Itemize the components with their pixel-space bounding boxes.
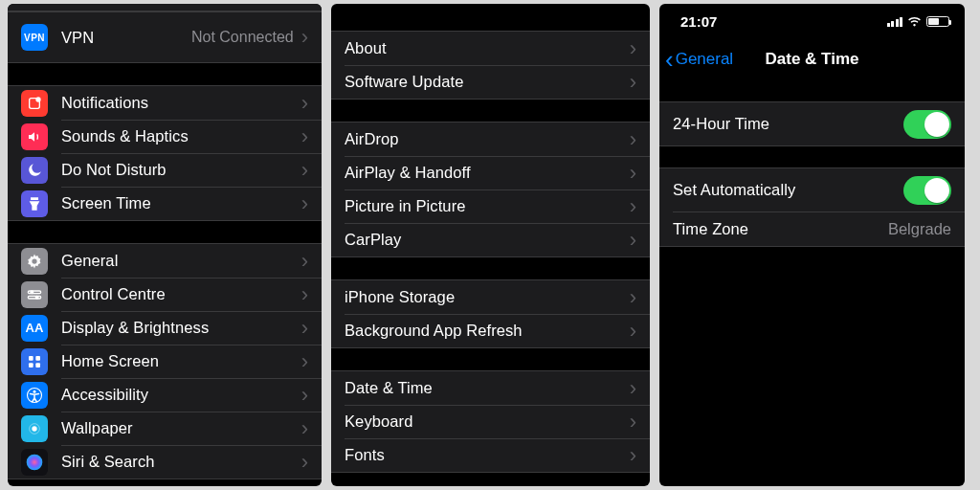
row-label: Screen Time	[61, 194, 300, 212]
svg-rect-10	[29, 363, 33, 368]
svg-rect-5	[28, 296, 40, 299]
battery-icon	[926, 16, 949, 27]
general-row-airplay[interactable]: AirPlay & Handoff ›	[331, 156, 650, 189]
row-label: VPN	[61, 29, 191, 47]
sounds-icon	[21, 123, 48, 150]
row-label: Software Update	[345, 73, 628, 91]
row-label: Fonts	[345, 446, 628, 464]
row-label: Sounds & Haptics	[61, 127, 300, 145]
group-spacer	[331, 257, 650, 279]
vpn-icon: VPN	[21, 24, 48, 51]
chevron-right-icon: ›	[630, 287, 636, 308]
general-row-about[interactable]: About ›	[331, 32, 650, 65]
status-time: 21:07	[680, 13, 717, 30]
settings-row-siri[interactable]: Siri & Search ›	[8, 445, 322, 479]
group-spacer	[331, 100, 650, 122]
chevron-right-icon: ›	[630, 129, 636, 150]
chevron-right-icon: ›	[630, 321, 636, 342]
chevron-right-icon: ›	[301, 251, 308, 272]
row-label: Background App Refresh	[345, 322, 628, 340]
status-bar: 21:07	[659, 4, 965, 38]
row-label: Time Zone	[673, 220, 888, 238]
chevron-right-icon: ›	[301, 318, 308, 339]
siri-icon	[21, 449, 48, 476]
row-label: Date & Time	[345, 379, 628, 397]
settings-row-notifications[interactable]: Notifications ›	[8, 86, 322, 120]
general-row-airdrop[interactable]: AirDrop ›	[331, 122, 650, 156]
svg-point-6	[31, 291, 33, 294]
row-label: iPhone Storage	[345, 288, 628, 306]
notifications-icon	[21, 90, 48, 117]
row-label: Wallpaper	[61, 419, 300, 437]
general-row-software-update[interactable]: Software Update ›	[331, 65, 650, 99]
chevron-right-icon: ›	[630, 412, 636, 433]
row-label: 24-Hour Time	[673, 115, 903, 133]
svg-point-13	[33, 390, 36, 392]
chevron-right-icon: ›	[630, 230, 636, 251]
settings-row-vpn[interactable]: VPN VPN Not Connected ›	[8, 12, 322, 62]
chevron-right-icon: ›	[301, 452, 308, 473]
settings-row-general[interactable]: General ›	[8, 244, 322, 278]
chevron-left-icon: ‹	[665, 50, 674, 70]
accessibility-icon	[21, 382, 48, 409]
group-spacer	[8, 221, 322, 243]
general-row-iphone-storage[interactable]: iPhone Storage ›	[331, 280, 650, 314]
row-value: Belgrade	[888, 220, 951, 238]
row-label: AirDrop	[345, 130, 628, 148]
row-label: AirPlay & Handoff	[345, 164, 628, 182]
settings-row-controlcentre[interactable]: Control Centre ›	[8, 278, 322, 311]
chevron-right-icon: ›	[301, 160, 308, 181]
row-set-automatically[interactable]: Set Automatically	[659, 168, 965, 212]
svg-point-3	[32, 258, 36, 263]
svg-rect-8	[29, 356, 33, 361]
row-label: Keyboard	[345, 412, 628, 431]
switch-set-automatically[interactable]	[903, 176, 951, 205]
row-label: Do Not Disturb	[61, 161, 300, 179]
general-row-keyboard[interactable]: Keyboard ›	[331, 405, 650, 438]
row-label: Control Centre	[61, 285, 300, 303]
nav-bar: ‹ General Date & Time	[659, 38, 965, 80]
row-label: Accessibility	[61, 386, 300, 404]
chevron-right-icon: ›	[630, 445, 636, 466]
cellular-icon	[887, 16, 903, 27]
general-row-fonts[interactable]: Fonts ›	[331, 438, 650, 472]
group-spacer	[331, 348, 650, 370]
settings-row-dnd[interactable]: Do Not Disturb ›	[8, 153, 322, 187]
settings-row-sounds[interactable]: Sounds & Haptics ›	[8, 120, 322, 153]
row-label: Picture in Picture	[345, 197, 628, 215]
chevron-right-icon: ›	[630, 72, 636, 93]
general-row-pip[interactable]: Picture in Picture ›	[331, 189, 650, 223]
back-label: General	[676, 50, 733, 69]
settings-main-screen: VPN VPN Not Connected › Notifications › …	[8, 4, 322, 486]
svg-rect-11	[35, 363, 40, 368]
svg-rect-9	[35, 356, 40, 361]
general-settings-screen: About › Software Update › AirDrop › AirP…	[331, 4, 650, 486]
chevron-right-icon: ›	[301, 418, 308, 439]
svg-point-1	[35, 97, 40, 101]
row-label: Home Screen	[61, 352, 300, 370]
settings-row-wallpaper[interactable]: Wallpaper ›	[8, 412, 322, 445]
general-row-carplay[interactable]: CarPlay ›	[331, 223, 650, 256]
switch-24hour[interactable]	[903, 110, 951, 139]
chevron-right-icon: ›	[630, 163, 636, 184]
screentime-icon	[21, 190, 48, 217]
back-button[interactable]: ‹ General	[659, 50, 733, 70]
date-time-screen: 21:07 ‹ General Date & Time 24-Hour Time…	[659, 4, 965, 486]
wallpaper-icon	[21, 415, 48, 442]
chevron-right-icon: ›	[301, 284, 308, 305]
settings-row-homescreen[interactable]: Home Screen ›	[8, 345, 322, 378]
svg-point-14	[32, 426, 36, 431]
row-time-zone: Time Zone Belgrade	[659, 212, 965, 246]
svg-point-7	[35, 296, 38, 299]
row-label: General	[61, 252, 300, 270]
chevron-right-icon: ›	[301, 93, 308, 114]
row-24hour[interactable]: 24-Hour Time	[659, 102, 965, 145]
settings-row-accessibility[interactable]: Accessibility ›	[8, 378, 322, 412]
general-row-date-time[interactable]: Date & Time ›	[331, 371, 650, 405]
general-row-bg-refresh[interactable]: Background App Refresh ›	[331, 314, 650, 347]
settings-row-screentime[interactable]: Screen Time ›	[8, 187, 322, 220]
settings-row-display[interactable]: AA Display & Brightness ›	[8, 311, 322, 345]
group-spacer	[659, 80, 965, 101]
dnd-icon	[21, 157, 48, 184]
row-label: Set Automatically	[673, 181, 903, 199]
